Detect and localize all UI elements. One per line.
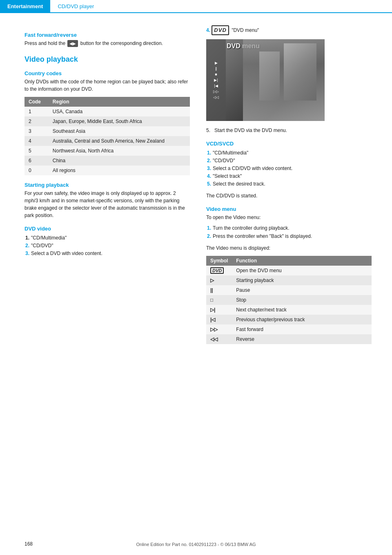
starting-playback-section: Starting playback For your own safety, t… xyxy=(24,182,190,219)
code-cell: 6 xyxy=(24,156,49,166)
region-cell: Japan, Europe, Middle East, South Africa xyxy=(49,116,190,126)
region-cell: Australia, Central and South America, Ne… xyxy=(49,136,190,146)
symbol-cell: ▷▷ xyxy=(206,324,232,334)
function-cell: Pause xyxy=(232,285,372,295)
step4-section: 4. DVD "DVD menu" ▶ ‖ ■ ▶| |◀ ▷▷ ◁◁ DVD … xyxy=(206,25,372,121)
starting-playback-heading: Starting playback xyxy=(24,182,190,188)
symbol-cell: |◁ xyxy=(206,315,232,324)
video-table-col-function: Function xyxy=(232,256,372,266)
dvd-screenshot: ▶ ‖ ■ ▶| |◀ ▷▷ ◁◁ DVD menu xyxy=(206,39,325,121)
dvd-icon-2: ‖ xyxy=(208,67,224,71)
table-row: 2Japan, Europe, Middle East, South Afric… xyxy=(24,116,190,126)
dvd-icon-1: ▶ xyxy=(208,61,224,65)
dvd-video-steps: 1."CD/Multimedia"2."CD/DVD"3.Select a DV… xyxy=(24,234,190,258)
code-cell: 5 xyxy=(24,146,49,156)
list-item: 1."CD/Multimedia" xyxy=(24,234,190,242)
list-item: 4."Select track" xyxy=(206,172,372,180)
step5-section: 5. Start the DVD via the DVD menu. xyxy=(206,127,372,134)
function-cell: Next chapter/next track xyxy=(232,305,372,315)
table-row: 1USA, Canada xyxy=(24,107,190,116)
country-codes-table: Code Region 1USA, Canada2Japan, Europe, … xyxy=(24,97,190,175)
header-entertainment-tab[interactable]: Entertainment xyxy=(0,0,50,12)
table-row: 4Australia, Central and South America, N… xyxy=(24,136,190,146)
table-row: 6China xyxy=(24,156,190,166)
function-cell: Reverse xyxy=(232,334,372,344)
symbol-cell: □ xyxy=(206,295,232,305)
table-row: 0All regions xyxy=(24,166,190,175)
dvd-logo-step4: DVD xyxy=(212,25,229,35)
table-row: ▷Starting playback xyxy=(206,275,372,285)
fast-forward-section: Fast forward/reverse Press and hold the … xyxy=(24,32,190,47)
table-row: ▷|Next chapter/next track xyxy=(206,305,372,315)
table-row: □Stop xyxy=(206,295,372,305)
code-cell: 0 xyxy=(24,166,49,175)
dvd-video-heading: DVD video xyxy=(24,226,190,232)
vcd-svcd-section: VCD/SVCD 1."CD/Multimedia"2."CD/DVD"3.Se… xyxy=(206,141,372,200)
function-cell: Stop xyxy=(232,295,372,305)
dvd-overlay-panel: ▶ ‖ ■ ▶| |◀ ▷▷ ◁◁ xyxy=(206,39,226,121)
fast-forward-body: Press and hold the ◀▶ button for the cor… xyxy=(24,40,190,47)
dvd-icon-6: ▷▷ xyxy=(208,90,224,94)
header-bar: Entertainment CD/DVD player xyxy=(0,0,392,13)
video-playback-heading: Video playback xyxy=(24,55,190,64)
region-cell: China xyxy=(49,156,190,166)
table-row: ||Pause xyxy=(206,285,372,295)
video-menu-note: The Video menu is displayed: xyxy=(206,244,372,252)
dvd-icon-5: |◀ xyxy=(208,84,224,88)
function-cell: Previous chapter/previous track xyxy=(232,315,372,324)
dvd-symbol: DVD xyxy=(210,267,224,274)
table-row: |◁Previous chapter/previous track xyxy=(206,315,372,324)
symbol-cell: ◁◁ xyxy=(206,334,232,344)
footer-copyright: Online Edition for Part no. 01402911223 … xyxy=(0,542,392,547)
table-col-code: Code xyxy=(24,97,49,107)
vcd-svcd-note: The CD/DVD is started. xyxy=(206,192,372,199)
dvd-video-section: DVD video 1."CD/Multimedia"2."CD/DVD"3.S… xyxy=(24,226,190,258)
table-row: 5Northwest Asia, North Africa xyxy=(24,146,190,156)
region-cell: USA, Canada xyxy=(49,107,190,116)
dvd-icon-4: ▶| xyxy=(208,78,224,82)
dvd-icon-3: ■ xyxy=(208,72,224,76)
video-menu-table: Symbol Function DVDOpen the DVD menu▷Sta… xyxy=(206,256,372,344)
table-row: DVDOpen the DVD menu xyxy=(206,266,372,275)
vcd-svcd-steps: 1."CD/Multimedia"2."CD/DVD"3.Select a CD… xyxy=(206,149,372,188)
video-menu-heading: Video menu xyxy=(206,206,372,212)
list-item: 2.Press the controller when "Back" is di… xyxy=(206,233,372,240)
page-content: Fast forward/reverse Press and hold the … xyxy=(0,13,392,369)
list-item: 1.Turn the controller during playback. xyxy=(206,224,372,232)
table-col-region: Region xyxy=(49,97,190,107)
table-row: ◁◁Reverse xyxy=(206,334,372,344)
left-column: Fast forward/reverse Press and hold the … xyxy=(24,25,190,344)
header-section-label: CD/DVD player xyxy=(50,1,101,12)
country-codes-description: Only DVDs with the code of the home regi… xyxy=(24,78,190,93)
list-item: 3.Select a DVD with video content. xyxy=(24,250,190,257)
list-item: 2."CD/DVD" xyxy=(24,242,190,250)
region-cell: Northwest Asia, North Africa xyxy=(49,146,190,156)
vcd-svcd-heading: VCD/SVCD xyxy=(206,141,372,147)
symbol-cell: ▷| xyxy=(206,305,232,315)
fast-forward-heading: Fast forward/reverse xyxy=(24,32,190,38)
video-table-col-symbol: Symbol xyxy=(206,256,232,266)
function-cell: Open the DVD menu xyxy=(232,266,372,275)
table-row: 3Southeast Asia xyxy=(24,126,190,136)
code-cell: 4 xyxy=(24,136,49,146)
list-item: 2."CD/DVD" xyxy=(206,157,372,165)
ff-button-icon: ◀▶ xyxy=(67,40,78,47)
symbol-cell: DVD xyxy=(206,266,232,275)
right-column: 4. DVD "DVD menu" ▶ ‖ ■ ▶| |◀ ▷▷ ◁◁ DVD … xyxy=(206,25,372,344)
table-row: ▷▷Fast forward xyxy=(206,324,372,334)
video-menu-section: Video menu To open the Video menu: 1.Tur… xyxy=(206,206,372,344)
function-cell: Fast forward xyxy=(232,324,372,334)
video-menu-intro: To open the Video menu: xyxy=(206,214,372,221)
starting-playback-description: For your own safety, the video image is … xyxy=(24,190,190,219)
region-cell: All regions xyxy=(49,166,190,175)
country-codes-heading: Country codes xyxy=(24,70,190,76)
symbol-cell: || xyxy=(206,285,232,295)
list-item: 3.Select a CD/DVD with video content. xyxy=(206,165,372,172)
country-codes-section: Country codes Only DVDs with the code of… xyxy=(24,70,190,175)
dvd-icon-7: ◁◁ xyxy=(208,95,224,99)
code-cell: 1 xyxy=(24,107,49,116)
region-cell: Southeast Asia xyxy=(49,126,190,136)
list-item: 1."CD/Multimedia" xyxy=(206,149,372,157)
code-cell: 2 xyxy=(24,116,49,126)
step4-text: 4. DVD "DVD menu" xyxy=(206,25,372,35)
